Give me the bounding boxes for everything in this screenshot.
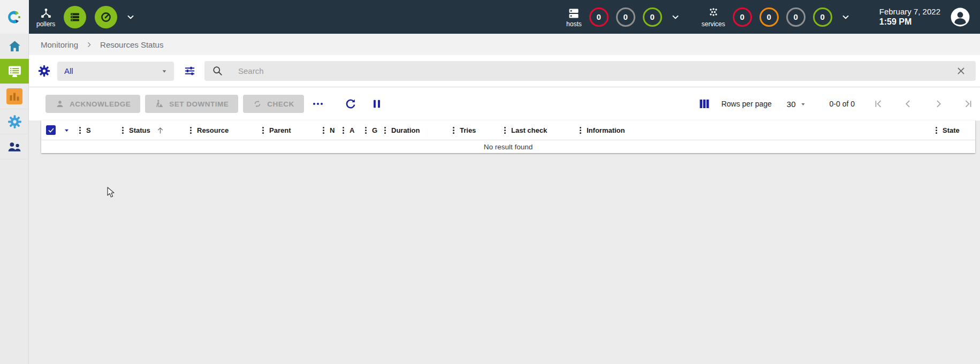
check-button[interactable]: CHECK — [243, 95, 304, 113]
select-all-checkbox[interactable] — [46, 125, 56, 135]
current-date: February 7, 2022 — [879, 6, 940, 17]
rows-per-page-select[interactable]: 30 — [787, 100, 807, 109]
network-hub-icon — [40, 7, 52, 20]
previous-page-button[interactable] — [902, 97, 915, 110]
columns-icon — [698, 97, 711, 110]
drag-handle-icon[interactable] — [384, 127, 386, 128]
hosts-down-counter[interactable]: 0 — [589, 7, 609, 27]
pause-autorefresh-button[interactable] — [369, 96, 385, 112]
tune-sliders-icon — [184, 65, 196, 77]
drag-handle-icon[interactable] — [453, 127, 454, 128]
first-page-button[interactable] — [872, 97, 885, 110]
search-icon — [212, 65, 223, 77]
column-header-resource[interactable]: Resource — [190, 126, 262, 134]
drag-handle-icon[interactable] — [936, 127, 937, 128]
pollers-expand-chevron-icon[interactable] — [126, 12, 135, 22]
services-warning-counter[interactable]: 0 — [759, 7, 779, 27]
gauge-icon — [100, 11, 112, 24]
drag-handle-icon[interactable] — [122, 127, 124, 128]
home-icon — [7, 39, 22, 54]
rows-per-page-value: 30 — [787, 100, 796, 109]
set-downtime-button[interactable]: SET DOWNTIME — [145, 95, 238, 113]
close-icon — [956, 66, 966, 76]
sort-ascending-icon[interactable] — [156, 126, 165, 135]
drag-handle-icon[interactable] — [365, 127, 367, 128]
drag-handle-icon[interactable] — [504, 127, 506, 128]
acknowledge-button[interactable]: ACKNOWLEDGE — [45, 95, 140, 113]
sidebar-item-monitoring[interactable] — [0, 59, 29, 84]
column-header-tries[interactable]: Tries — [453, 126, 504, 134]
filter-settings-button[interactable] — [35, 62, 53, 80]
services-ok-counter[interactable]: 0 — [813, 7, 832, 27]
sidebar-item-configuration[interactable] — [0, 109, 29, 134]
avatar-icon — [950, 7, 970, 27]
column-header-action[interactable]: A — [343, 126, 365, 134]
sidebar-item-home[interactable] — [0, 34, 29, 59]
sidebar-navigation — [0, 34, 29, 364]
hosts-expand-chevron-icon[interactable] — [671, 12, 680, 22]
main-content: Monitoring Resources Status — [29, 34, 980, 364]
column-header-graph[interactable]: G — [365, 126, 384, 134]
pollers-status[interactable]: pollers — [36, 7, 55, 27]
sync-icon — [253, 99, 262, 109]
pause-icon — [371, 98, 383, 110]
search-input[interactable] — [238, 66, 954, 75]
poller-gauge-button[interactable] — [95, 6, 117, 28]
breadcrumb-resources-status: Resources Status — [100, 40, 163, 49]
drag-handle-icon[interactable] — [580, 127, 581, 128]
user-menu-button[interactable] — [950, 7, 970, 27]
select-all-cell — [46, 125, 79, 135]
select-options-chevron-icon[interactable] — [63, 126, 71, 134]
centreon-logo-icon — [6, 9, 22, 25]
next-page-icon — [933, 98, 944, 109]
people-icon — [7, 139, 22, 154]
drag-handle-icon[interactable] — [190, 127, 192, 128]
advanced-filter-button[interactable] — [181, 63, 198, 79]
column-header-severity[interactable]: S — [79, 126, 122, 134]
hosts-status[interactable]: hosts — [566, 7, 582, 27]
breadcrumb-monitoring[interactable]: Monitoring — [41, 40, 78, 49]
previous-page-icon — [903, 98, 914, 109]
column-header-notes[interactable]: N — [323, 126, 343, 134]
services-status[interactable]: services — [702, 7, 725, 27]
pagination-range: 0-0 of 0 — [830, 100, 855, 108]
column-header-status[interactable]: Status — [122, 126, 190, 135]
column-header-duration[interactable]: Duration — [384, 126, 453, 134]
services-expand-chevron-icon[interactable] — [841, 12, 850, 22]
poller-list-button[interactable] — [64, 6, 86, 28]
refresh-icon — [344, 97, 357, 110]
host-stack-icon — [567, 7, 580, 20]
check-icon — [48, 127, 55, 134]
clear-search-button[interactable] — [954, 64, 968, 78]
edit-columns-button[interactable] — [696, 95, 713, 112]
column-header-last-check[interactable]: Last check — [504, 126, 580, 134]
hosts-up-counter[interactable]: 0 — [643, 7, 662, 27]
monitoring-screen-icon — [7, 64, 22, 79]
column-header-information[interactable]: Information — [580, 126, 936, 134]
dots-cluster-icon — [707, 7, 720, 20]
last-page-button[interactable] — [962, 97, 975, 110]
last-page-icon — [963, 98, 974, 109]
rows-per-page-label: Rows per page — [721, 100, 772, 108]
filter-scope-select[interactable]: All — [57, 62, 174, 81]
refresh-button[interactable] — [342, 95, 359, 112]
hosts-unreachable-counter[interactable]: 0 — [616, 7, 635, 27]
centreon-logo[interactable] — [0, 0, 29, 34]
services-unknown-counter[interactable]: 0 — [786, 7, 806, 27]
sidebar-item-administration[interactable] — [0, 134, 29, 160]
empty-result-row: No result found — [41, 140, 975, 153]
drag-handle-icon[interactable] — [323, 127, 324, 128]
column-header-state[interactable]: State — [936, 126, 970, 134]
drag-handle-icon[interactable] — [343, 127, 344, 128]
more-actions-button[interactable] — [313, 103, 323, 105]
drag-handle-icon[interactable] — [79, 127, 81, 128]
column-header-parent[interactable]: Parent — [262, 126, 323, 134]
drag-handle-icon[interactable] — [262, 127, 264, 128]
services-critical-counter[interactable]: 0 — [733, 7, 752, 27]
next-page-button[interactable] — [932, 97, 945, 110]
person-icon — [55, 99, 65, 109]
pollers-label: pollers — [36, 21, 55, 27]
bar-chart-icon — [6, 88, 22, 104]
sidebar-item-reporting[interactable] — [0, 84, 29, 109]
gear-icon — [7, 114, 22, 130]
